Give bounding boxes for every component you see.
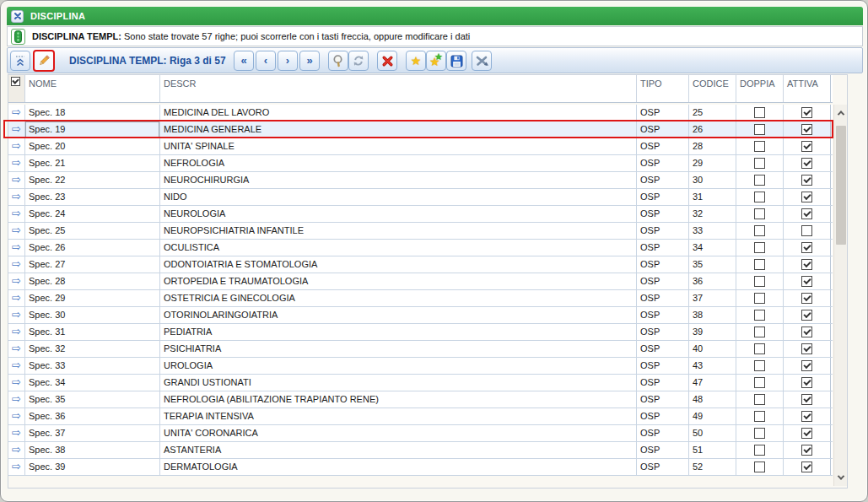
attiva-checkbox[interactable] xyxy=(801,175,812,186)
attiva-checkbox[interactable] xyxy=(801,445,812,456)
cell-tipo[interactable]: OSP xyxy=(637,240,689,256)
row-selector-cell[interactable]: ⇨ xyxy=(8,290,25,306)
collapse-button[interactable] xyxy=(10,51,30,71)
cell-nome[interactable]: Spec. 31 xyxy=(25,324,160,340)
save-button[interactable] xyxy=(446,51,466,71)
doppia-checkbox[interactable] xyxy=(754,276,765,287)
attiva-checkbox[interactable] xyxy=(801,158,812,169)
cell-codice[interactable]: 26 xyxy=(689,121,736,138)
cell-tipo[interactable]: OSP xyxy=(637,425,689,441)
cell-tipo[interactable]: OSP xyxy=(637,172,689,188)
table-row[interactable]: ⇨ Spec. 22 NEUROCHIRURGIA OSP 30 xyxy=(8,172,833,189)
table-row[interactable]: ⇨ Spec. 24 NEUROLOGIA OSP 32 xyxy=(8,206,833,223)
cell-codice[interactable]: 39 xyxy=(689,324,736,340)
scroll-down-button[interactable] xyxy=(834,471,848,484)
cell-tipo[interactable]: OSP xyxy=(637,290,689,306)
doppia-checkbox[interactable] xyxy=(754,394,765,405)
attiva-checkbox[interactable] xyxy=(801,462,812,472)
cell-codice[interactable]: 33 xyxy=(689,223,736,239)
cell-tipo[interactable]: OSP xyxy=(637,189,689,205)
row-selector-cell[interactable]: ⇨ xyxy=(8,105,25,121)
row-selector-cell[interactable]: ⇨ xyxy=(8,172,25,188)
row-selector-cell[interactable]: ⇨ xyxy=(8,375,25,391)
cell-nome[interactable]: Spec. 36 xyxy=(25,408,160,424)
cell-tipo[interactable]: OSP xyxy=(637,256,689,273)
cell-codice[interactable]: 50 xyxy=(689,425,736,441)
attiva-checkbox[interactable] xyxy=(801,377,812,388)
nav-next-button[interactable]: › xyxy=(278,51,298,71)
cell-codice[interactable]: 43 xyxy=(689,358,736,374)
attiva-checkbox[interactable] xyxy=(801,107,812,118)
cell-descr[interactable]: NEUROCHIRURGIA xyxy=(160,172,637,188)
table-row[interactable]: ⇨ Spec. 18 MEDICINA DEL LAVORO OSP 25 xyxy=(8,105,833,121)
cell-tipo[interactable]: OSP xyxy=(637,324,689,340)
cell-descr[interactable]: ORTOPEDIA E TRAUMATOLOGIA xyxy=(160,273,637,289)
cell-descr[interactable]: NEUROPSICHIATRIA INFANTILE xyxy=(160,223,637,239)
table-row[interactable]: ⇨ Spec. 32 PSICHIATRIA OSP 40 xyxy=(8,341,833,358)
cell-codice[interactable]: 28 xyxy=(689,138,736,154)
cell-descr[interactable]: OSTETRICIA E GINECOLOGIA xyxy=(160,290,637,306)
attiva-checkbox[interactable] xyxy=(801,192,812,202)
cell-tipo[interactable]: OSP xyxy=(637,223,689,239)
row-selector-cell[interactable]: ⇨ xyxy=(8,240,25,256)
doppia-checkbox[interactable] xyxy=(754,411,765,422)
table-row[interactable]: ⇨ Spec. 38 ASTANTERIA OSP 51 xyxy=(8,442,833,459)
cell-tipo[interactable]: OSP xyxy=(637,442,689,458)
cell-nome[interactable]: Spec. 34 xyxy=(25,375,160,391)
cell-tipo[interactable]: OSP xyxy=(637,155,689,171)
cell-tipo[interactable]: OSP xyxy=(637,105,689,121)
cell-tipo[interactable]: OSP xyxy=(637,358,689,374)
attiva-checkbox[interactable] xyxy=(801,394,812,405)
cell-nome[interactable]: Spec. 24 xyxy=(25,206,160,222)
attiva-checkbox[interactable] xyxy=(801,141,812,152)
doppia-checkbox[interactable] xyxy=(754,360,765,371)
cell-nome[interactable]: Spec. 32 xyxy=(25,341,160,357)
cell-tipo[interactable]: OSP xyxy=(637,273,689,289)
attiva-checkbox[interactable] xyxy=(801,428,812,439)
doppia-checkbox[interactable] xyxy=(754,445,765,456)
cell-tipo[interactable]: OSP xyxy=(637,459,689,475)
cell-nome[interactable]: Spec. 23 xyxy=(25,189,160,205)
cell-nome[interactable]: Spec. 29 xyxy=(25,290,160,306)
table-row[interactable]: ⇨ Spec. 39 DERMATOLOGIA OSP 52 xyxy=(8,459,833,476)
doppia-checkbox[interactable] xyxy=(754,141,765,152)
attiva-checkbox[interactable] xyxy=(801,293,812,304)
cell-tipo[interactable]: OSP xyxy=(637,307,689,323)
attiva-checkbox[interactable] xyxy=(801,276,812,287)
nav-prev-button[interactable]: ‹ xyxy=(256,51,276,71)
table-row[interactable]: ⇨ Spec. 21 NEFROLOGIA OSP 29 xyxy=(8,155,833,172)
doppia-checkbox[interactable] xyxy=(754,428,765,439)
table-row[interactable]: ⇨ Spec. 31 PEDIATRIA OSP 39 xyxy=(8,324,833,341)
cell-descr[interactable]: UROLOGIA xyxy=(160,358,637,374)
cell-nome[interactable]: Spec. 21 xyxy=(25,155,160,171)
doppia-checkbox[interactable] xyxy=(754,462,765,472)
table-row[interactable]: ⇨ Spec. 36 TERAPIA INTENSIVA OSP 49 xyxy=(8,408,833,425)
cell-nome[interactable]: Spec. 39 xyxy=(25,459,160,475)
row-selector-cell[interactable]: ⇨ xyxy=(8,223,25,239)
row-selector-cell[interactable]: ⇨ xyxy=(8,324,25,340)
cell-codice[interactable]: 47 xyxy=(689,375,736,391)
doppia-checkbox[interactable] xyxy=(754,208,765,219)
cell-nome[interactable]: Spec. 28 xyxy=(25,273,160,289)
doppia-checkbox[interactable] xyxy=(754,293,765,304)
row-selector-cell[interactable]: ⇨ xyxy=(8,155,25,171)
add-favorite-button[interactable]: ★ ★ xyxy=(426,51,446,71)
column-header-tipo[interactable]: TIPO xyxy=(637,75,689,102)
cell-nome[interactable]: Spec. 22 xyxy=(25,172,160,188)
table-row[interactable]: ⇨ Spec. 26 OCULISTICA OSP 34 xyxy=(8,240,833,256)
cell-nome[interactable]: Spec. 18 xyxy=(25,105,160,121)
cell-codice[interactable]: 32 xyxy=(689,206,736,222)
table-row[interactable]: ⇨ Spec. 29 OSTETRICIA E GINECOLOGIA OSP … xyxy=(8,290,833,307)
scroll-up-button[interactable] xyxy=(834,106,848,120)
attiva-checkbox[interactable] xyxy=(801,327,812,337)
cell-codice[interactable]: 48 xyxy=(689,391,736,408)
cell-descr[interactable]: OCULISTICA xyxy=(160,240,637,256)
cell-codice[interactable]: 29 xyxy=(689,155,736,171)
cell-descr[interactable]: MEDICINA GENERALE xyxy=(160,121,637,138)
doppia-checkbox[interactable] xyxy=(754,175,765,186)
cell-nome[interactable]: Spec. 27 xyxy=(25,256,160,273)
cell-codice[interactable]: 30 xyxy=(689,172,736,188)
attiva-checkbox[interactable] xyxy=(801,259,812,270)
doppia-checkbox[interactable] xyxy=(754,158,765,169)
select-all-checkbox[interactable] xyxy=(11,77,20,86)
